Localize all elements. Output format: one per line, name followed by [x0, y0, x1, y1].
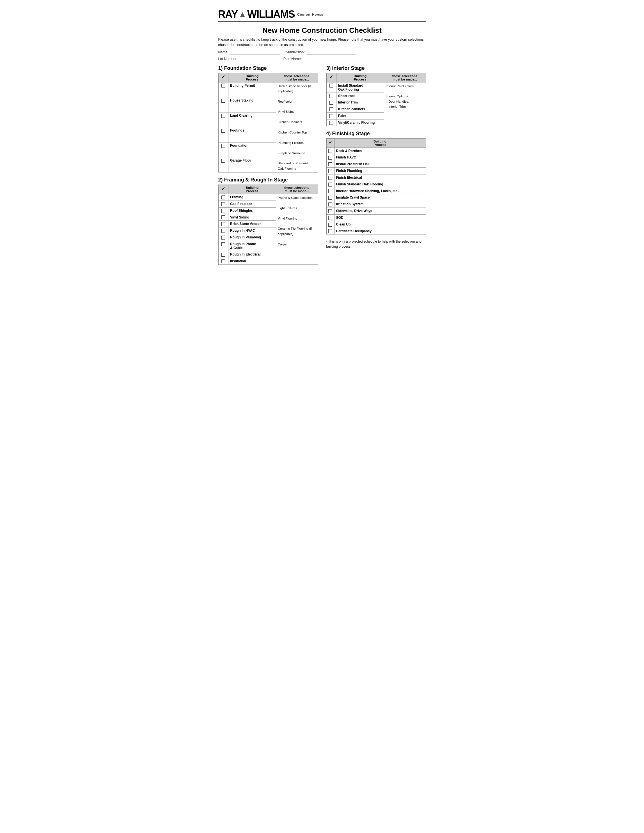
checkbox[interactable]	[221, 253, 225, 257]
process-cell: Rough In HVAC	[228, 227, 276, 234]
interior-table: ✓ BuildingProcess these selectionsmust b…	[326, 73, 426, 126]
process-cell: Irrigation System	[334, 201, 426, 208]
checkbox[interactable]	[329, 114, 333, 118]
checkbox[interactable]	[329, 121, 333, 125]
checkbox[interactable]	[221, 209, 225, 213]
checkmark-icon: ✓	[221, 75, 225, 79]
checkbox[interactable]	[221, 236, 225, 240]
lot-label: Lot Number:	[218, 57, 238, 61]
finishing-table: ✓ BuildingProcess Deck & Porches Finish …	[326, 138, 426, 235]
checkbox[interactable]	[221, 215, 225, 219]
checkbox[interactable]	[221, 242, 225, 246]
framing-selections-header: these selectionsmust be made...	[276, 185, 318, 194]
checkbox[interactable]	[221, 159, 225, 163]
process-cell: Foundation	[228, 142, 276, 158]
checkbox[interactable]	[328, 169, 332, 173]
checkbox[interactable]	[329, 84, 333, 87]
checkbox[interactable]	[221, 144, 225, 148]
logo-ray: RAY	[218, 8, 238, 20]
checkbox[interactable]	[328, 189, 332, 193]
framing-selections: Phone & Cable Location Light Fixtures Vi…	[276, 194, 318, 264]
checkbox[interactable]	[328, 196, 332, 200]
page-title: New Home Construction Checklist	[218, 26, 426, 35]
table-row: Deck & Porches	[326, 148, 426, 154]
checkbox[interactable]	[328, 223, 332, 227]
name-input[interactable]	[230, 50, 280, 55]
table-row: Install StandardOak Flooring Interior Pa…	[326, 82, 426, 93]
table-row: Certificate Occupancy	[326, 228, 426, 235]
foundation-table: ✓ BuildingProcess these selectionsmust b…	[218, 73, 318, 173]
form-row-2: Lot Number: Plan Name:	[218, 56, 426, 61]
checkbox[interactable]	[329, 108, 333, 111]
lot-input[interactable]	[238, 56, 278, 60]
process-cell: Install StandardOak Flooring	[336, 82, 384, 93]
interior-selections: Interior Paint colors Interior Options..…	[384, 82, 426, 126]
foundation-title: 1) Foundation Stage	[218, 65, 318, 71]
checkbox[interactable]	[328, 203, 332, 206]
framing-process-header: BuildingProcess	[228, 185, 276, 194]
process-cell: Certificate Occupancy	[334, 228, 426, 235]
checkbox[interactable]	[221, 196, 225, 199]
table-row: Finish Standard Oak Flooring	[326, 181, 426, 188]
logo-subtitle: Custom Homes	[297, 12, 323, 16]
checkbox[interactable]	[328, 229, 332, 233]
table-row: Insulate Crawl Space	[326, 195, 426, 201]
process-cell: Deck & Porches	[334, 148, 426, 154]
checkbox[interactable]	[221, 222, 225, 226]
process-cell: Finish Plumbing	[334, 168, 426, 174]
checkbox[interactable]	[328, 209, 332, 213]
subdivision-field-group: Subdivision:	[286, 50, 356, 55]
process-cell: Finish Electrical	[334, 174, 426, 181]
table-row: Clean Up	[326, 221, 426, 228]
checkbox[interactable]	[329, 101, 333, 105]
lot-field-group: Lot Number:	[218, 56, 278, 61]
checkbox[interactable]	[329, 94, 333, 98]
interior-title: 3) Interior Stage	[326, 65, 426, 71]
process-cell: Gas Fireplace	[228, 201, 276, 207]
checkbox[interactable]	[328, 156, 332, 159]
checkmark-icon: ✓	[221, 186, 225, 191]
name-label: Name:	[218, 50, 229, 54]
process-cell: Framing	[228, 194, 276, 201]
foundation-selections-header: these selectionsmust be made...	[276, 73, 318, 82]
subdivision-input[interactable]	[306, 50, 356, 55]
plan-field-group: Plan Name:	[283, 56, 364, 61]
process-cell: Paint	[336, 113, 384, 119]
process-cell: House Staking	[228, 97, 276, 113]
checkbox[interactable]	[328, 162, 332, 166]
plan-input[interactable]	[303, 56, 364, 60]
interior-check-header: ✓	[326, 73, 336, 82]
process-cell: Brick/Stone Veneer	[228, 221, 276, 227]
process-cell: Interior Hardware-Shelving, Locks, etc..…	[334, 188, 426, 195]
checkbox[interactable]	[221, 259, 225, 263]
checkbox[interactable]	[221, 229, 225, 233]
checkbox[interactable]	[328, 183, 332, 187]
checkbox[interactable]	[221, 84, 225, 87]
left-column: 1) Foundation Stage ✓ BuildingProcess th…	[218, 65, 318, 269]
intro-text: Please use this checklist to keep track …	[218, 37, 426, 48]
table-row: SOD	[326, 214, 426, 221]
checkbox[interactable]	[221, 129, 225, 133]
process-cell: Rough In Electrical	[228, 251, 276, 258]
process-cell: Insulation	[228, 258, 276, 264]
interior-selections-header: these selectionsmust be made...	[384, 73, 426, 82]
checkbox-cell[interactable]	[218, 82, 228, 97]
checkmark-icon: ✓	[329, 75, 333, 79]
checkbox[interactable]	[221, 99, 225, 103]
table-row: Finish Plumbing	[326, 168, 426, 174]
framing-table: ✓ BuildingProcess these selectionsmust b…	[218, 185, 318, 264]
checkbox[interactable]	[221, 202, 225, 206]
checkbox[interactable]	[221, 114, 225, 118]
checkmark-icon: ✓	[328, 140, 332, 145]
table-row: Sidewalks, Drive Ways	[326, 208, 426, 215]
checkbox[interactable]	[328, 176, 332, 180]
logo-divider	[218, 21, 426, 22]
note-text: - This is only a projected schedule to h…	[326, 239, 426, 249]
process-cell: Sidewalks, Drive Ways	[334, 208, 426, 215]
checkbox[interactable]	[328, 216, 332, 220]
process-cell: Interior Trim	[336, 99, 384, 106]
checkbox[interactable]	[328, 149, 332, 153]
name-field-group: Name:	[218, 50, 280, 55]
process-cell: Insulate Crawl Space	[334, 195, 426, 201]
subdivision-label: Subdivision:	[286, 50, 304, 54]
